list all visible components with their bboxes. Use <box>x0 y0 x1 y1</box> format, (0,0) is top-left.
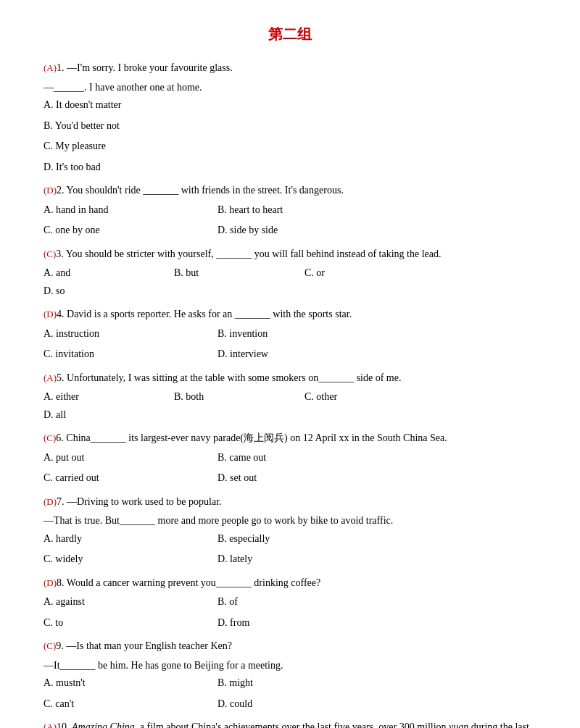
option-5b: B. both <box>174 388 290 406</box>
answer-9: (C) <box>44 640 56 651</box>
option-7a: A. hardly <box>44 530 203 548</box>
question-9: (C)9. —Is that man your English teacher … <box>44 637 536 713</box>
option-9c: C. can't <box>44 695 203 714</box>
option-3d: D. so <box>44 283 160 301</box>
answer-10: (A) <box>44 721 57 728</box>
question-8: (D)8. Would a cancer warning prevent you… <box>44 574 536 632</box>
option-1d: D. It's too bad <box>44 159 160 177</box>
option-4a: A. instruction <box>44 325 203 343</box>
option-5d: D. all <box>44 406 160 424</box>
option-9a: A. mustn't <box>44 674 203 693</box>
option-5a: A. either <box>44 388 160 406</box>
questions-container: (A)1. —I'm sorry. I broke your favourite… <box>44 59 536 728</box>
question-2: (D)2. You shouldn't ride _______ with fr… <box>44 182 536 240</box>
option-6b: B. came out <box>218 449 377 467</box>
options-9: A. mustn't B. might <box>44 674 536 693</box>
option-5c: C. other <box>304 388 420 406</box>
option-8a: A. against <box>44 593 203 611</box>
answer-8: (D) <box>44 577 57 588</box>
question-1: (A)1. —I'm sorry. I broke your favourite… <box>44 59 536 176</box>
option-2a: A. hand in hand <box>44 201 203 219</box>
option-4b: B. invention <box>218 325 377 343</box>
options-8: A. against B. of <box>44 593 536 611</box>
question-3: (C)3. You should be stricter with yourse… <box>44 246 536 301</box>
options-4: A. instruction B. invention <box>44 325 536 343</box>
option-1b: B. You'd better not <box>44 117 160 135</box>
option-2c: C. one by one <box>44 222 203 240</box>
option-3b: B. but <box>174 264 290 283</box>
options-2: A. hand in hand B. heart to heart <box>44 201 536 219</box>
answer-6: (C) <box>44 432 56 443</box>
options-3: A. and B. but C. or D. so <box>44 264 536 300</box>
question-4: (D)4. David is a sports reporter. He ask… <box>44 306 536 364</box>
answer-4: (D) <box>44 309 57 319</box>
options-6: A. put out B. came out <box>44 449 536 467</box>
answer-2: (D) <box>44 185 57 196</box>
option-7d: D. lately <box>218 551 377 569</box>
answer-3: (C) <box>44 248 56 259</box>
option-3c: C. or <box>304 264 420 283</box>
options-7: A. hardly B. especially <box>44 530 536 548</box>
option-6d: D. set out <box>218 469 377 488</box>
question-10: (A)10. Amazing China, a film about China… <box>44 719 536 728</box>
option-6c: C. carried out <box>44 469 203 488</box>
option-2d: D. side by side <box>218 222 377 240</box>
option-4d: D. interview <box>218 346 377 364</box>
option-1c: C. My pleasure <box>44 138 160 156</box>
answer-5: (A) <box>44 372 57 383</box>
page-title: 第二组 <box>44 22 536 46</box>
answer-1: (A) <box>44 62 57 73</box>
option-2b: B. heart to heart <box>218 201 377 219</box>
option-7b: B. especially <box>218 530 377 548</box>
option-8c: C. to <box>44 614 203 632</box>
question-6: (C)6. China_______ its largest-ever navy… <box>44 430 536 488</box>
option-7c: C. widely <box>44 551 203 569</box>
question-7: (D)7. —Driving to work used to be popula… <box>44 493 536 569</box>
option-9b: B. might <box>218 674 377 693</box>
option-9d: D. could <box>218 695 377 714</box>
option-8d: D. from <box>218 614 377 632</box>
option-8b: B. of <box>218 593 377 611</box>
option-6a: A. put out <box>44 449 203 467</box>
option-4c: C. invitation <box>44 346 203 364</box>
option-3a: A. and <box>44 264 160 283</box>
options-5: A. either B. both C. other D. all <box>44 388 536 424</box>
answer-7: (D) <box>44 496 57 507</box>
options-1: A. It doesn't matter <box>44 96 536 114</box>
question-5: (A)5. Unfortunately, I was sitting at th… <box>44 369 536 424</box>
option-1a: A. It doesn't matter <box>44 96 160 114</box>
